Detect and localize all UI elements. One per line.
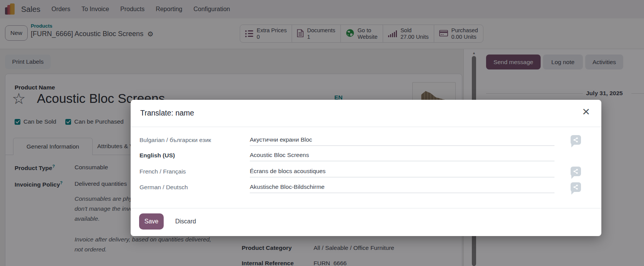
machine-translate-icon[interactable] bbox=[571, 167, 581, 176]
translation-row-french: French / Français Écrans de blocs acoust… bbox=[139, 166, 593, 177]
language-label: English (US) bbox=[139, 150, 175, 161]
language-label: Bulgarian / български език bbox=[139, 134, 211, 146]
dialog-title: Translate: name bbox=[140, 109, 194, 117]
save-button[interactable]: Save bbox=[139, 213, 164, 230]
machine-translate-icon[interactable] bbox=[571, 135, 581, 145]
translation-row-bulgarian: Bulgarian / български език Акустични екр… bbox=[139, 134, 593, 146]
translation-row-english: English (US) Acoustic Bloc Screens bbox=[139, 150, 593, 161]
dialog-footer-divider bbox=[131, 208, 601, 208]
machine-translate-icon[interactable] bbox=[571, 182, 581, 192]
language-label: French / Français bbox=[139, 166, 186, 177]
translation-row-german: German / Deutsch Akustische Bloc-Bildsch… bbox=[139, 182, 593, 193]
close-icon[interactable]: × bbox=[580, 104, 592, 118]
discard-button[interactable]: Discard bbox=[171, 213, 200, 230]
translation-input-german[interactable]: Akustische Bloc-Bildschirme bbox=[250, 182, 554, 193]
dialog-header-divider bbox=[131, 127, 601, 127]
odoo-sales-app: Sales Orders To Invoice Products Reporti… bbox=[0, 0, 644, 266]
translation-input-english[interactable]: Acoustic Bloc Screens bbox=[250, 150, 554, 161]
language-label: German / Deutsch bbox=[139, 182, 188, 193]
translate-dialog: Translate: name × Bulgarian / български … bbox=[131, 100, 601, 236]
translation-input-bulgarian[interactable]: Акустични екрани Bloc bbox=[250, 134, 554, 146]
translation-input-french[interactable]: Écrans de blocs acoustiques bbox=[250, 166, 554, 177]
